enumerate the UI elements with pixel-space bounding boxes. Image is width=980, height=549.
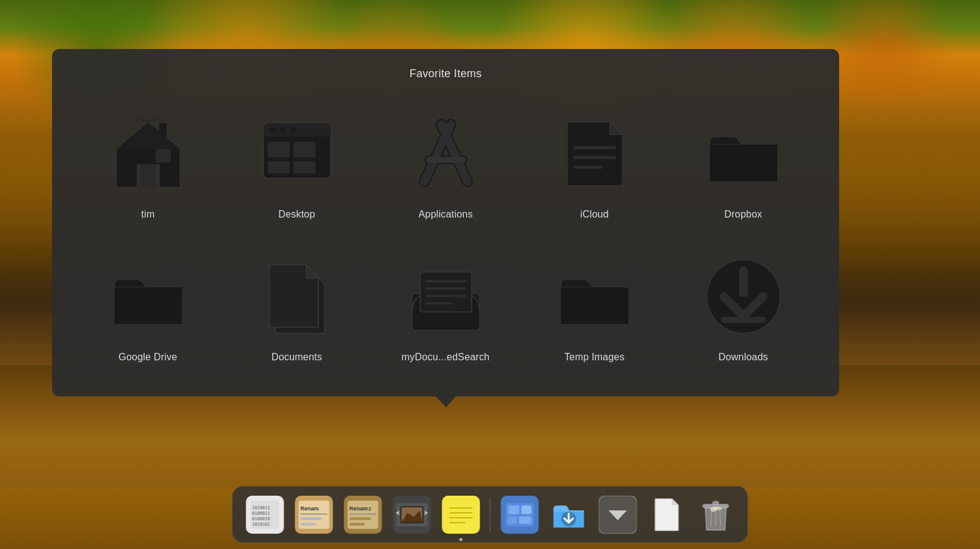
svg-rect-42 (300, 523, 315, 526)
desktop-label: Desktop (278, 209, 315, 220)
svg-point-8 (290, 127, 296, 133)
documents-label: Documents (271, 352, 322, 363)
dock-item-rename2[interactable]: Renam 2 (340, 491, 386, 537)
grid-item-tim[interactable]: tim (77, 99, 219, 229)
svg-rect-49 (349, 523, 364, 526)
dropbox-icon (698, 108, 790, 200)
svg-rect-12 (293, 161, 315, 173)
grid-item-applications[interactable]: Applications (374, 99, 517, 229)
svg-rect-74 (712, 501, 718, 505)
google-drive-icon (102, 251, 194, 343)
svg-line-75 (710, 511, 711, 526)
svg-text:0100011: 0100011 (252, 511, 270, 516)
svg-rect-23 (420, 272, 472, 312)
grid-item-documents[interactable]: Documents (225, 241, 368, 372)
dropbox-label: Dropbox (725, 209, 763, 220)
dock: 1010011 0100011 0100010 1010101 Renam Re… (232, 486, 748, 543)
dock-item-trash[interactable] (693, 491, 739, 537)
icloud-label: iCloud (580, 209, 609, 220)
applications-icon (400, 108, 492, 200)
grid-item-mydocu[interactable]: myDocu...edSearch (374, 241, 517, 372)
dock-item-photos-library[interactable] (497, 491, 543, 537)
dock-item-rename1[interactable]: Renam (291, 491, 337, 537)
popup-pointer (435, 395, 457, 407)
svg-point-7 (280, 127, 286, 133)
svg-rect-67 (508, 517, 516, 524)
mydocu-icon (400, 251, 492, 343)
dock-item-stickies[interactable] (438, 491, 484, 537)
svg-rect-9 (268, 142, 290, 157)
svg-rect-2 (159, 123, 167, 137)
tim-label: tim (141, 209, 155, 220)
downloads-icon (698, 251, 790, 343)
dock-item-downloads-folder[interactable] (546, 491, 592, 537)
temp-images-label: Temp Images (564, 352, 624, 363)
grid-item-icloud[interactable]: iCloud (523, 99, 666, 229)
svg-text:0100010: 0100010 (252, 517, 270, 521)
svg-rect-68 (519, 517, 531, 524)
svg-point-6 (270, 127, 276, 133)
tim-icon (102, 108, 194, 200)
svg-rect-41 (300, 517, 322, 520)
svg-line-17 (441, 124, 467, 181)
svg-line-77 (720, 511, 720, 526)
documents-icon (251, 251, 343, 343)
dock-item-blank-page[interactable] (644, 491, 690, 537)
desktop-icon (251, 108, 343, 200)
svg-rect-0 (141, 165, 156, 187)
svg-text:1010011: 1010011 (252, 505, 270, 510)
items-grid: tim Desktop (77, 99, 815, 372)
svg-rect-1 (156, 149, 171, 162)
svg-text:1010101: 1010101 (252, 522, 270, 527)
google-drive-label: Google Drive (119, 352, 178, 363)
grid-item-google-drive[interactable]: Google Drive (77, 241, 219, 372)
svg-text:Renam: Renam (349, 505, 368, 512)
svg-rect-48 (349, 517, 371, 520)
dock-item-script-editor[interactable]: 1010011 0100011 0100010 1010101 (242, 491, 288, 537)
stickies-dot (459, 538, 462, 541)
mydocu-label: myDocu...edSearch (402, 352, 490, 363)
grid-item-temp-images[interactable]: Temp Images (523, 241, 666, 372)
svg-rect-10 (293, 142, 315, 157)
svg-text:2: 2 (368, 506, 371, 512)
applications-label: Applications (418, 209, 473, 220)
downloads-label: Downloads (718, 352, 768, 363)
svg-rect-66 (521, 505, 531, 514)
popup-title: Favorite Items (77, 67, 815, 80)
grid-item-desktop[interactable]: Desktop (225, 99, 368, 229)
dock-separator (490, 498, 491, 531)
svg-rect-11 (268, 161, 290, 173)
dock-item-image-capture[interactable] (389, 491, 435, 537)
grid-item-dropbox[interactable]: Dropbox (672, 99, 815, 229)
favorite-items-popup: Favorite Items tim (52, 49, 839, 396)
dock-item-dock-menu[interactable] (595, 491, 641, 537)
svg-rect-65 (508, 505, 519, 514)
temp-images-icon (549, 251, 641, 343)
svg-rect-58 (447, 501, 475, 529)
svg-text:Renam: Renam (300, 505, 318, 512)
icloud-icon (549, 108, 641, 200)
grid-item-downloads[interactable]: Downloads (672, 241, 815, 372)
